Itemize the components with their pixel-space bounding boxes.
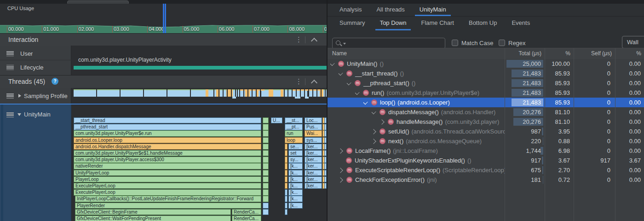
tab-analysis[interactable]: Analysis xyxy=(335,4,366,16)
flame-segment[interactable]: [k... xyxy=(288,203,303,209)
table-row[interactable]: mLocalFrame()(jni::LocalFrame)1,7446.980… xyxy=(328,146,644,156)
search-options-caret-icon[interactable] xyxy=(343,43,346,45)
flame-segment[interactable] xyxy=(263,163,269,169)
expand-chevron-icon[interactable] xyxy=(330,60,335,65)
table-row[interactable]: msetUid()(android.os.ThreadLocalWorkSour… xyxy=(328,127,644,136)
flame-segment[interactable] xyxy=(263,183,269,189)
table-row[interactable]: mCheckForExceptionError()(jni)1810.7200.… xyxy=(328,175,644,185)
flame-segment[interactable]: se... xyxy=(288,144,303,150)
flame-segment[interactable]: InitPlayerLoopCallbacks()::PostLateUpdat… xyxy=(75,196,261,202)
flame-segment[interactable]: ExecutePlayerLoop xyxy=(74,183,261,189)
cpu-usage-chart[interactable]: CPU Usage 00.00001.00002.00003.00004.000… xyxy=(0,4,327,33)
threads-collapse-icon[interactable] xyxy=(311,80,317,86)
column-separator[interactable] xyxy=(545,48,545,221)
tab-bottom-up[interactable]: Bottom Up xyxy=(464,17,501,30)
flame-segment[interactable]: __pthread_start xyxy=(74,124,261,130)
expand-chevron-icon[interactable] xyxy=(372,109,376,114)
tab-summary[interactable]: Summary xyxy=(335,17,370,30)
flame-segment[interactable] xyxy=(263,196,269,202)
tab-flame-chart[interactable]: Flame Chart xyxy=(416,17,459,30)
lifecycle-event-bar[interactable] xyxy=(74,66,327,70)
drag-handle-icon[interactable] xyxy=(6,65,14,70)
flame-segment[interactable]: Pus... xyxy=(305,124,322,130)
flame-segment[interactable] xyxy=(285,150,288,156)
playhead-line-right[interactable] xyxy=(165,4,166,33)
help-icon[interactable]: ? xyxy=(52,78,58,85)
flame-segment[interactable]: PlayerRender xyxy=(75,203,261,209)
flame-segment[interactable] xyxy=(263,144,269,150)
table-row[interactable]: mhandleMessage()(com.unity3d.player)20,2… xyxy=(328,117,644,127)
column-header-total-pct[interactable]: % xyxy=(545,50,570,57)
expand-chevron-icon[interactable] xyxy=(355,89,360,94)
flame-segment[interactable] xyxy=(263,124,269,130)
expand-chevron-icon[interactable] xyxy=(372,129,376,134)
flame-segment[interactable] xyxy=(285,163,288,169)
flame-segment[interactable]: [ker... xyxy=(305,144,322,150)
flame-segment[interactable] xyxy=(285,183,288,189)
flame-segment[interactable]: com.unity3d.player.UnityPlayer$e.run xyxy=(74,130,261,136)
flame-segment[interactable]: loop xyxy=(285,137,303,143)
flame-segment[interactable]: [ker... xyxy=(305,150,322,156)
flame-segment[interactable]: run xyxy=(285,130,303,136)
flame-segment[interactable]: [ker... xyxy=(305,183,322,189)
drag-handle-icon[interactable] xyxy=(6,93,14,99)
flame-segment[interactable] xyxy=(285,196,288,202)
flame-segment[interactable]: sy... xyxy=(288,157,303,163)
flame-segment[interactable] xyxy=(263,117,269,123)
flame-segment[interactable] xyxy=(263,150,269,156)
tab-all-threads[interactable]: All threads xyxy=(372,4,409,16)
tab-unitymain[interactable]: UnityMain xyxy=(415,4,451,16)
flame-segment[interactable]: UnityPlayerLoop xyxy=(74,170,261,176)
expand-chevron-icon[interactable] xyxy=(339,148,343,153)
flame-segment[interactable]: android.os.Handler.dispatchMessage xyxy=(74,144,261,150)
flame-segment[interactable] xyxy=(263,189,269,195)
flame-segment[interactable]: RenderCa... xyxy=(232,215,261,221)
flame-segment[interactable] xyxy=(285,189,288,195)
threads-more-options-icon[interactable]: ⋮ xyxy=(295,77,302,86)
column-header-total[interactable]: Total (μs) xyxy=(505,50,541,57)
flame-segment[interactable]: [k... xyxy=(288,163,303,169)
flame-segment[interactable] xyxy=(285,209,288,215)
expand-chevron-icon[interactable] xyxy=(372,139,376,144)
table-row[interactable]: mnext()(android.os.MessageQueue)2200.880… xyxy=(328,136,644,146)
flame-segment[interactable]: PlayerLoop xyxy=(74,176,261,182)
flame-segment[interactable] xyxy=(263,130,269,136)
expand-chevron-icon[interactable] xyxy=(339,168,343,173)
flame-segment[interactable]: Loc... xyxy=(305,117,322,123)
flame-segment[interactable] xyxy=(263,157,269,163)
match-case-checkbox[interactable] xyxy=(452,40,458,46)
column-header-self-pct[interactable]: % xyxy=(615,50,641,57)
flame-segment[interactable]: [ker... xyxy=(305,176,322,182)
flame-segment[interactable] xyxy=(285,176,288,182)
flame-segment[interactable]: GfxDeviceClient::WaitForPendingPresent xyxy=(75,215,231,221)
flame-segment[interactable] xyxy=(263,137,269,143)
flame-segment[interactable] xyxy=(285,170,288,176)
flame-segment[interactable]: ExecutePlayerLoop xyxy=(74,189,261,195)
flame-segment[interactable]: nativeRender xyxy=(74,163,261,169)
flame-segment[interactable] xyxy=(263,176,269,182)
drag-handle-icon[interactable] xyxy=(6,51,14,56)
flame-segment[interactable]: [k... xyxy=(288,189,303,195)
expand-triangle-icon[interactable] xyxy=(18,94,21,98)
table-row[interactable]: m__pthread_start()()21,48385.9300.00 xyxy=(328,78,644,88)
flame-segment[interactable]: com.unity3d.player.UnityPlayer$e$1.handl… xyxy=(74,150,261,156)
column-separator[interactable] xyxy=(615,48,615,221)
flame-segment[interactable] xyxy=(285,157,288,163)
flame-segment[interactable]: RenderCa... xyxy=(232,209,261,215)
flame-segment[interactable] xyxy=(263,203,269,209)
flame-segment[interactable]: com.unity3d.player.UnityPlayer.access$30… xyxy=(74,157,261,163)
table-row[interactable]: mloop()(android.os.Looper)21,48385.9300.… xyxy=(328,98,644,107)
flame-segment[interactable]: [ker... xyxy=(305,163,322,169)
column-header-self[interactable]: Self (μs) xyxy=(574,50,612,57)
expand-chevron-icon[interactable] xyxy=(380,119,385,124)
table-row[interactable]: m__start_thread()()21,48385.9300.00 xyxy=(328,69,644,78)
playhead-line-left[interactable] xyxy=(163,4,164,33)
column-separator[interactable] xyxy=(574,48,574,221)
table-row[interactable]: mExecuteScriptableRenderLoop()(Scriptabl… xyxy=(328,165,644,175)
table-row[interactable]: mUnityMain()()25,000100.0000.00 xyxy=(328,59,644,69)
column-separator[interactable] xyxy=(505,48,505,221)
search-input[interactable] xyxy=(332,38,445,49)
expand-chevron-icon[interactable] xyxy=(363,99,368,104)
expand-chevron-icon[interactable] xyxy=(339,70,343,75)
flame-segment[interactable]: [ker... xyxy=(305,170,322,176)
